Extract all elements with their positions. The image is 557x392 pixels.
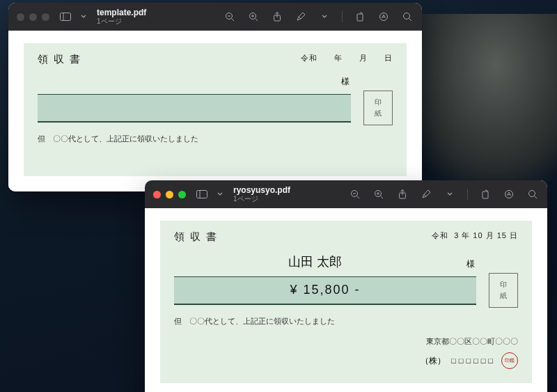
- zoom-in-icon[interactable]: [247, 10, 260, 23]
- zoom-button[interactable]: [42, 13, 49, 21]
- toolbar-actions: [223, 10, 414, 23]
- svg-line-14: [409, 19, 412, 22]
- toolbar-separator: [342, 11, 343, 22]
- svg-rect-26: [483, 191, 488, 198]
- window-title: ryosyusyo.pdf 1ページ: [233, 186, 290, 203]
- page-count-label: 1ページ: [233, 195, 290, 203]
- sidebar-toggle-icon[interactable]: [196, 188, 208, 201]
- receipt-title: 領 収 書: [38, 53, 81, 66]
- share-icon[interactable]: [271, 10, 283, 23]
- receipt: 領 収 書 令和 3 年 10 月 15 日 山田 太郎 様 ¥ 15,800 …: [160, 221, 532, 383]
- sidebar-toggle-icon[interactable]: [59, 10, 72, 23]
- svg-line-21: [381, 196, 384, 199]
- zoom-in-icon[interactable]: [372, 188, 385, 201]
- window-ryosyusyo[interactable]: ryosyusyo.pdf 1ページ 領 収 書 令和 3 年 10 月: [145, 180, 547, 392]
- svg-line-18: [357, 196, 360, 199]
- svg-rect-0: [61, 13, 71, 21]
- issuer-row: （株） □□□□□□ 印鑑: [174, 352, 518, 369]
- stamp-label: 印: [375, 97, 382, 108]
- svg-point-13: [404, 13, 410, 19]
- toolbar-separator: [467, 189, 468, 200]
- titlebar[interactable]: template.pdf 1ページ: [8, 3, 422, 31]
- search-icon[interactable]: [401, 10, 414, 23]
- markup-icon[interactable]: [420, 188, 432, 201]
- honorific-sama: 様: [457, 258, 478, 270]
- window-template[interactable]: template.pdf 1ページ 領 収 書 令和 年 月 日: [8, 3, 422, 191]
- company-prefix: （株）: [421, 355, 446, 367]
- rotate-icon[interactable]: [479, 188, 492, 201]
- highlight-icon[interactable]: [503, 188, 515, 201]
- toolbar-actions: [349, 188, 539, 201]
- chevron-down-icon[interactable]: [444, 188, 456, 201]
- receipt-date: 令和 年 月 日: [301, 53, 393, 63]
- close-button[interactable]: [153, 191, 161, 198]
- minimize-button[interactable]: [29, 13, 37, 21]
- chevron-down-icon[interactable]: [214, 188, 226, 201]
- issuer-address: 東京都〇〇区〇〇町〇〇〇: [174, 336, 518, 347]
- zoom-button[interactable]: [178, 191, 186, 198]
- filename-label: template.pdf: [97, 8, 146, 17]
- rotate-icon[interactable]: [354, 10, 366, 23]
- payer-name: 山田 太郎: [174, 253, 457, 270]
- company-name: □□□□□□: [451, 356, 496, 365]
- search-icon[interactable]: [526, 188, 539, 201]
- document-page: 領 収 書 令和 年 月 日 様 印 紙: [8, 31, 422, 191]
- revenue-stamp-box: 印 紙: [489, 273, 518, 308]
- seal-icon: 印鑑: [501, 352, 518, 369]
- filename-label: ryosyusyo.pdf: [233, 186, 290, 195]
- traffic-lights[interactable]: [153, 191, 186, 198]
- stamp-label: 紙: [375, 108, 382, 119]
- highlight-icon[interactable]: [377, 10, 390, 23]
- svg-line-6: [256, 19, 258, 22]
- page-count-label: 1ページ: [97, 17, 146, 25]
- stamp-label: 紙: [500, 290, 507, 301]
- receipt-note: 但 〇〇代として、上記正に領収いたしました: [174, 316, 518, 327]
- receipt-title: 領 収 書: [174, 230, 218, 244]
- document-page: 領 収 書 令和 3 年 10 月 15 日 山田 太郎 様 ¥ 15,800 …: [145, 208, 547, 392]
- markup-icon[interactable]: [295, 10, 307, 23]
- svg-rect-15: [197, 191, 207, 198]
- svg-point-28: [529, 191, 535, 197]
- revenue-stamp-box: 印 紙: [363, 91, 393, 125]
- wallpaper-mountain: [404, 14, 557, 188]
- svg-line-3: [232, 19, 235, 22]
- stamp-label: 印: [500, 279, 507, 290]
- window-title: template.pdf 1ページ: [97, 8, 146, 25]
- honorific-sama: 様: [331, 76, 352, 88]
- amount-field: ¥ 15,800 -: [174, 276, 476, 305]
- desktop: template.pdf 1ページ 領 収 書 令和 年 月 日: [0, 0, 557, 392]
- share-icon[interactable]: [396, 188, 409, 201]
- amount-field: [38, 94, 351, 123]
- receipt-note: 但 〇〇代として、上記正に領収いたしました: [38, 134, 393, 144]
- titlebar[interactable]: ryosyusyo.pdf 1ページ: [145, 180, 547, 208]
- svg-line-29: [535, 196, 538, 199]
- close-button[interactable]: [17, 13, 24, 21]
- chevron-down-icon[interactable]: [77, 10, 90, 23]
- traffic-lights[interactable]: [17, 13, 49, 21]
- zoom-out-icon[interactable]: [349, 188, 361, 201]
- receipt-date: 令和 3 年 10 月 15 日: [432, 230, 518, 241]
- chevron-down-icon[interactable]: [318, 10, 331, 23]
- svg-rect-11: [357, 14, 363, 21]
- zoom-out-icon[interactable]: [223, 10, 236, 23]
- receipt: 領 収 書 令和 年 月 日 様 印 紙: [24, 43, 407, 176]
- minimize-button[interactable]: [166, 191, 173, 198]
